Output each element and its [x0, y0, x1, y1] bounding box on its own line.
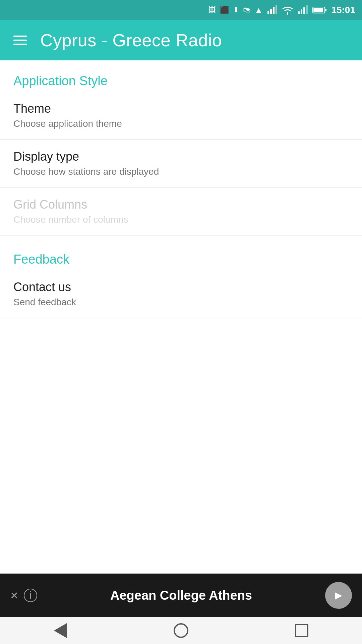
ad-info-row: ✕ i [10, 589, 37, 602]
svg-rect-6 [303, 7, 305, 14]
status-bar-icons: 🖼 ⬛ ⬇ 🛍 ▲ 15:01 [208, 5, 355, 15]
theme-title: Theme [13, 102, 349, 116]
bluetooth-status-icon: ▲ [254, 5, 263, 15]
application-style-section-title: Application Style [13, 74, 108, 88]
ad-text: Aegean College Athens [110, 588, 252, 603]
battery-status-icon [312, 6, 327, 14]
display-type-title: Display type [13, 150, 349, 164]
svg-rect-9 [325, 9, 326, 11]
contact-us-subtitle: Send feedback [13, 297, 349, 308]
ad-arrow-button[interactable]: ► [325, 582, 352, 609]
wifi-status-icon [282, 5, 294, 15]
signal-bars-status-icon [298, 5, 308, 15]
signal-status-icon [267, 5, 278, 15]
settings-content: Application Style Theme Choose applicati… [0, 60, 362, 318]
grid-columns-subtitle: Choose number of columns [13, 214, 349, 225]
menu-line-1 [13, 36, 27, 37]
contact-us-settings-item[interactable]: Contact us Send feedback [0, 270, 362, 318]
home-button[interactable] [161, 621, 201, 641]
recents-icon [295, 624, 308, 637]
status-time: 15:01 [331, 5, 355, 15]
back-button[interactable] [40, 621, 80, 641]
theme-settings-item[interactable]: Theme Choose application theme [0, 92, 362, 139]
contact-us-divider [0, 318, 362, 318]
svg-rect-10 [313, 8, 323, 12]
application-style-section-header: Application Style [0, 60, 362, 92]
feedback-section-header: Feedback [0, 235, 362, 270]
bottom-nav-bar [0, 617, 362, 644]
recents-button[interactable] [282, 621, 322, 641]
home-icon [174, 623, 188, 638]
svg-rect-3 [276, 5, 277, 14]
menu-line-2 [13, 40, 27, 41]
svg-rect-4 [298, 11, 300, 14]
ad-banner[interactable]: ✕ i Aegean College Athens ► [0, 574, 362, 617]
feedback-section-title: Feedback [13, 252, 69, 266]
app-title: Cyprus - Greece Radio [40, 30, 222, 50]
svg-rect-5 [301, 9, 302, 14]
display-type-subtitle: Choose how stations are displayed [13, 166, 349, 177]
svg-rect-0 [267, 11, 269, 14]
photo-status-icon: 🖼 [208, 6, 216, 14]
menu-line-3 [13, 44, 27, 45]
svg-rect-2 [273, 7, 275, 14]
svg-rect-1 [270, 9, 272, 14]
download-status-icon: ⬇ [233, 6, 239, 14]
back-icon [54, 623, 67, 638]
contact-us-title: Contact us [13, 280, 349, 294]
ad-x-icon[interactable]: ✕ [10, 590, 18, 601]
svg-rect-7 [306, 5, 308, 14]
app-bar: Cyprus - Greece Radio [0, 20, 362, 60]
display-type-settings-item[interactable]: Display type Choose how stations are dis… [0, 140, 362, 187]
ad-info-icon[interactable]: i [24, 589, 37, 602]
bag-status-icon: 🛍 [243, 6, 250, 14]
status-bar: 🖼 ⬛ ⬇ 🛍 ▲ 15:01 [0, 0, 362, 20]
menu-button[interactable] [10, 32, 30, 48]
grid-columns-title: Grid Columns [13, 198, 349, 212]
ad-arrow-icon: ► [333, 588, 345, 602]
grid-columns-settings-item: Grid Columns Choose number of columns [0, 187, 362, 235]
theme-subtitle: Choose application theme [13, 118, 349, 129]
nav-status-icon: ⬛ [220, 6, 229, 14]
